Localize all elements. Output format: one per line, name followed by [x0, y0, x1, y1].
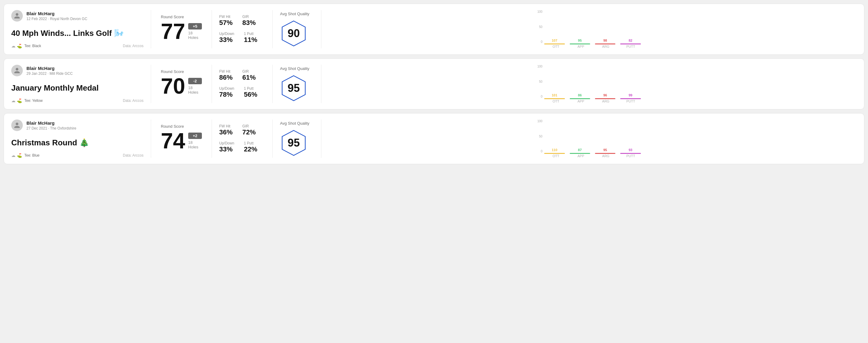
gir-stat: GIR61%: [242, 69, 256, 82]
score-section: Round Score74+218 Holes: [151, 120, 212, 158]
y-axis-label: 100: [537, 65, 543, 68]
score-badge: -2: [188, 78, 202, 84]
y-axis-label: 50: [537, 25, 543, 29]
score-label: Round Score: [161, 69, 202, 74]
stats-row-1: FW Hit36%GIR72%: [219, 124, 265, 136]
chart-section: 100500107959882OTTAPPARGPUTT: [321, 10, 857, 48]
score-label: Round Score: [161, 14, 202, 19]
user-date-course: 29 Jan 2022 · Mill Ride GCC: [26, 71, 73, 76]
bar-chart: 100500107959882OTTAPPARGPUTT: [537, 10, 641, 48]
holes-label: 18 Holes: [188, 140, 202, 149]
tee-info: ☁⛳Tee: Blue: [11, 153, 39, 158]
bar-value-label: 99: [629, 93, 632, 97]
updown-stat: Up/Down78%: [219, 86, 234, 98]
bar-value-label: 95: [578, 39, 582, 42]
score-row: 74+218 Holes: [161, 130, 202, 152]
card-footer: ☁⛳Tee: BlackData: Arccos: [11, 43, 144, 48]
gir-stat: GIR83%: [242, 14, 256, 27]
tee-label: Tee: Yellow: [24, 98, 42, 103]
holes-label: 18 Holes: [188, 31, 202, 40]
round-card: Blair McHarg27 Dec 2021 · The Oxfordshir…: [4, 113, 864, 164]
score-badge: +5: [188, 23, 202, 30]
fw-hit-value: 36%: [219, 128, 232, 136]
weather-icon: ☁: [11, 43, 16, 48]
updown-label: Up/Down: [219, 86, 234, 91]
bar-group: 82: [620, 39, 641, 43]
bar-group: 101: [544, 93, 565, 98]
y-axis-label: 100: [537, 10, 543, 13]
gir-label: GIR: [242, 124, 256, 128]
y-axis-label: 50: [537, 135, 543, 138]
card-footer: ☁⛳Tee: BlueData: Arccos: [11, 153, 144, 158]
round-card: Blair McHarg12 Feb 2022 · Royal North De…: [4, 4, 864, 55]
x-axis-label: APP: [571, 99, 591, 103]
putt-stat: 1 Putt56%: [244, 86, 257, 98]
putt-label: 1 Putt: [244, 86, 257, 91]
user-info: Blair McHarg12 Feb 2022 · Royal North De…: [26, 11, 87, 21]
bar-chart: 100500110879593OTTAPPARGPUTT: [537, 120, 641, 158]
fw-hit-label: FW Hit: [219, 14, 232, 19]
round-title: Christmas Round 🎄: [11, 138, 144, 148]
putt-value: 22%: [244, 145, 257, 153]
y-axis-label: 100: [537, 120, 543, 123]
stats-row-2: Up/Down33%1 Putt22%: [219, 141, 265, 153]
bar-group: 93: [620, 148, 641, 153]
bar-group: 107: [544, 39, 565, 43]
weather-icon: ☁: [11, 98, 16, 103]
score-label: Round Score: [161, 124, 202, 129]
score-row: 77+518 Holes: [161, 20, 202, 42]
y-axis-label: 50: [537, 80, 543, 83]
card-left-section: Blair McHarg12 Feb 2022 · Royal North De…: [11, 10, 151, 48]
bar-value-label: 82: [629, 39, 632, 42]
user-header: Blair McHarg29 Jan 2022 · Mill Ride GCC: [11, 65, 144, 76]
score-section: Round Score77+518 Holes: [151, 10, 212, 48]
bag-icon: ⛳: [17, 153, 22, 158]
avatar: [11, 120, 23, 131]
fw-hit-stat: FW Hit86%: [219, 69, 232, 82]
data-source-label: Data: Arccos: [123, 153, 144, 157]
card-left-section: Blair McHarg29 Jan 2022 · Mill Ride GCCJ…: [11, 65, 151, 103]
stats-section: FW Hit57%GIR83%Up/Down33%1 Putt11%: [212, 10, 273, 48]
score-badge: +2: [188, 132, 202, 139]
tee-label: Tee: Blue: [24, 153, 39, 157]
quality-label: Avg Shot Quality: [280, 121, 310, 126]
updown-label: Up/Down: [219, 32, 234, 36]
fw-hit-value: 57%: [219, 19, 232, 27]
fw-hit-stat: FW Hit57%: [219, 14, 232, 27]
avatar: [11, 10, 23, 22]
putt-label: 1 Putt: [244, 32, 257, 36]
rounds-list: Blair McHarg12 Feb 2022 · Royal North De…: [4, 4, 864, 164]
gir-stat: GIR72%: [242, 124, 256, 136]
bar-value-label: 101: [552, 93, 557, 97]
chart-section: 100500101869699OTTAPPARGPUTT: [321, 65, 857, 103]
card-left-section: Blair McHarg27 Dec 2021 · The Oxfordshir…: [11, 120, 151, 158]
x-axis-label: ARG: [596, 45, 616, 48]
y-axis-label: 0: [537, 95, 543, 98]
score-badge-container: +518 Holes: [188, 23, 202, 42]
x-axis-label: PUTT: [621, 99, 641, 103]
score-section: Round Score70-218 Holes: [151, 65, 212, 103]
updown-stat: Up/Down33%: [219, 141, 234, 153]
x-axis-label: OTT: [546, 45, 566, 48]
fw-hit-stat: FW Hit36%: [219, 124, 232, 136]
avatar: [11, 65, 23, 76]
putt-stat: 1 Putt22%: [244, 141, 257, 153]
bar-value-label: 93: [629, 148, 632, 152]
user-info: Blair McHarg29 Jan 2022 · Mill Ride GCC: [26, 66, 73, 76]
bar-group: 98: [595, 39, 615, 43]
putt-value: 56%: [244, 91, 257, 98]
card-footer: ☁⛳Tee: YellowData: Arccos: [11, 98, 144, 103]
score-badge-container: -218 Holes: [188, 78, 202, 97]
score-number: 70: [161, 75, 185, 97]
bar-group: 86: [570, 93, 590, 98]
tee-label: Tee: Black: [24, 44, 41, 48]
score-row: 70-218 Holes: [161, 75, 202, 97]
gir-value: 72%: [242, 128, 256, 136]
updown-value: 33%: [219, 145, 234, 153]
gir-value: 61%: [242, 73, 256, 82]
score-number: 77: [161, 20, 185, 42]
gir-value: 83%: [242, 19, 256, 27]
quality-score-value: 95: [288, 82, 300, 95]
x-axis-label: OTT: [546, 99, 566, 103]
bar-group: 95: [570, 39, 590, 43]
